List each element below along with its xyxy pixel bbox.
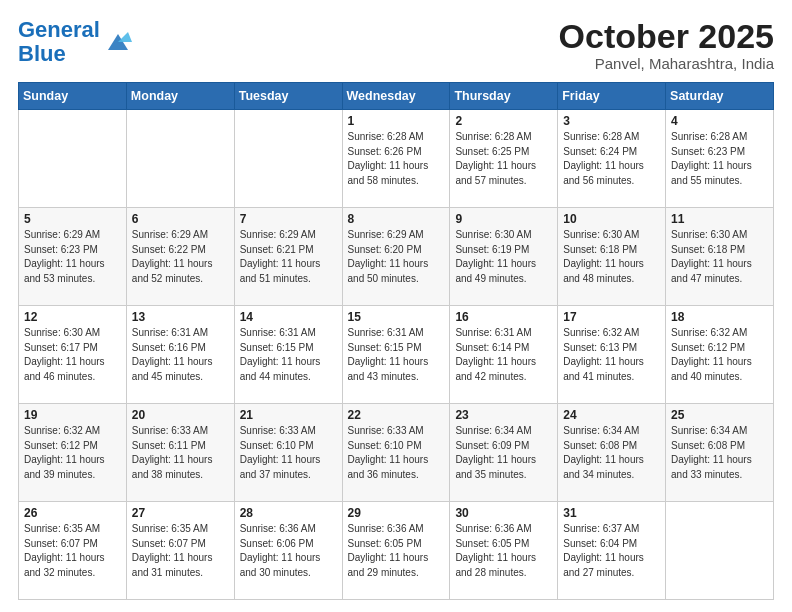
col-friday: Friday bbox=[558, 83, 666, 110]
cell-content: Sunrise: 6:29 AM Sunset: 6:21 PM Dayligh… bbox=[240, 228, 337, 286]
cell-content: Sunrise: 6:34 AM Sunset: 6:08 PM Dayligh… bbox=[671, 424, 768, 482]
cell-content: Sunrise: 6:35 AM Sunset: 6:07 PM Dayligh… bbox=[132, 522, 229, 580]
day-number: 20 bbox=[132, 408, 229, 422]
table-cell bbox=[126, 110, 234, 208]
table-cell: 30Sunrise: 6:36 AM Sunset: 6:05 PM Dayli… bbox=[450, 502, 558, 600]
day-number: 6 bbox=[132, 212, 229, 226]
logo-icon bbox=[104, 28, 132, 56]
cell-content: Sunrise: 6:37 AM Sunset: 6:04 PM Dayligh… bbox=[563, 522, 660, 580]
calendar-header-row: Sunday Monday Tuesday Wednesday Thursday… bbox=[19, 83, 774, 110]
col-thursday: Thursday bbox=[450, 83, 558, 110]
cell-content: Sunrise: 6:36 AM Sunset: 6:05 PM Dayligh… bbox=[348, 522, 445, 580]
day-number: 15 bbox=[348, 310, 445, 324]
day-number: 21 bbox=[240, 408, 337, 422]
calendar-table: Sunday Monday Tuesday Wednesday Thursday… bbox=[18, 82, 774, 600]
month-title: October 2025 bbox=[559, 18, 774, 55]
cell-content: Sunrise: 6:30 AM Sunset: 6:17 PM Dayligh… bbox=[24, 326, 121, 384]
cell-content: Sunrise: 6:30 AM Sunset: 6:19 PM Dayligh… bbox=[455, 228, 552, 286]
table-cell: 29Sunrise: 6:36 AM Sunset: 6:05 PM Dayli… bbox=[342, 502, 450, 600]
cell-content: Sunrise: 6:31 AM Sunset: 6:15 PM Dayligh… bbox=[348, 326, 445, 384]
logo-text: General Blue bbox=[18, 18, 100, 66]
table-cell: 31Sunrise: 6:37 AM Sunset: 6:04 PM Dayli… bbox=[558, 502, 666, 600]
day-number: 5 bbox=[24, 212, 121, 226]
logo: General Blue bbox=[18, 18, 132, 66]
cell-content: Sunrise: 6:32 AM Sunset: 6:12 PM Dayligh… bbox=[671, 326, 768, 384]
calendar-week-3: 12Sunrise: 6:30 AM Sunset: 6:17 PM Dayli… bbox=[19, 306, 774, 404]
day-number: 17 bbox=[563, 310, 660, 324]
cell-content: Sunrise: 6:30 AM Sunset: 6:18 PM Dayligh… bbox=[671, 228, 768, 286]
table-cell: 3Sunrise: 6:28 AM Sunset: 6:24 PM Daylig… bbox=[558, 110, 666, 208]
cell-content: Sunrise: 6:28 AM Sunset: 6:24 PM Dayligh… bbox=[563, 130, 660, 188]
day-number: 10 bbox=[563, 212, 660, 226]
col-monday: Monday bbox=[126, 83, 234, 110]
day-number: 4 bbox=[671, 114, 768, 128]
calendar-week-4: 19Sunrise: 6:32 AM Sunset: 6:12 PM Dayli… bbox=[19, 404, 774, 502]
day-number: 8 bbox=[348, 212, 445, 226]
table-cell: 28Sunrise: 6:36 AM Sunset: 6:06 PM Dayli… bbox=[234, 502, 342, 600]
title-area: October 2025 Panvel, Maharashtra, India bbox=[559, 18, 774, 72]
table-cell: 10Sunrise: 6:30 AM Sunset: 6:18 PM Dayli… bbox=[558, 208, 666, 306]
svg-marker-1 bbox=[118, 32, 132, 42]
table-cell bbox=[19, 110, 127, 208]
table-cell: 20Sunrise: 6:33 AM Sunset: 6:11 PM Dayli… bbox=[126, 404, 234, 502]
cell-content: Sunrise: 6:28 AM Sunset: 6:25 PM Dayligh… bbox=[455, 130, 552, 188]
table-cell bbox=[234, 110, 342, 208]
day-number: 9 bbox=[455, 212, 552, 226]
day-number: 28 bbox=[240, 506, 337, 520]
day-number: 25 bbox=[671, 408, 768, 422]
cell-content: Sunrise: 6:34 AM Sunset: 6:08 PM Dayligh… bbox=[563, 424, 660, 482]
table-cell: 5Sunrise: 6:29 AM Sunset: 6:23 PM Daylig… bbox=[19, 208, 127, 306]
table-cell: 4Sunrise: 6:28 AM Sunset: 6:23 PM Daylig… bbox=[666, 110, 774, 208]
table-cell: 15Sunrise: 6:31 AM Sunset: 6:15 PM Dayli… bbox=[342, 306, 450, 404]
table-cell: 19Sunrise: 6:32 AM Sunset: 6:12 PM Dayli… bbox=[19, 404, 127, 502]
cell-content: Sunrise: 6:31 AM Sunset: 6:14 PM Dayligh… bbox=[455, 326, 552, 384]
page: General Blue October 2025 Panvel, Mahara… bbox=[0, 0, 792, 612]
table-cell: 12Sunrise: 6:30 AM Sunset: 6:17 PM Dayli… bbox=[19, 306, 127, 404]
table-cell bbox=[666, 502, 774, 600]
day-number: 24 bbox=[563, 408, 660, 422]
table-cell: 21Sunrise: 6:33 AM Sunset: 6:10 PM Dayli… bbox=[234, 404, 342, 502]
day-number: 31 bbox=[563, 506, 660, 520]
cell-content: Sunrise: 6:33 AM Sunset: 6:10 PM Dayligh… bbox=[240, 424, 337, 482]
day-number: 18 bbox=[671, 310, 768, 324]
cell-content: Sunrise: 6:31 AM Sunset: 6:15 PM Dayligh… bbox=[240, 326, 337, 384]
cell-content: Sunrise: 6:29 AM Sunset: 6:22 PM Dayligh… bbox=[132, 228, 229, 286]
cell-content: Sunrise: 6:35 AM Sunset: 6:07 PM Dayligh… bbox=[24, 522, 121, 580]
cell-content: Sunrise: 6:29 AM Sunset: 6:20 PM Dayligh… bbox=[348, 228, 445, 286]
cell-content: Sunrise: 6:32 AM Sunset: 6:12 PM Dayligh… bbox=[24, 424, 121, 482]
calendar-week-5: 26Sunrise: 6:35 AM Sunset: 6:07 PM Dayli… bbox=[19, 502, 774, 600]
logo-general: General bbox=[18, 17, 100, 42]
table-cell: 9Sunrise: 6:30 AM Sunset: 6:19 PM Daylig… bbox=[450, 208, 558, 306]
day-number: 19 bbox=[24, 408, 121, 422]
cell-content: Sunrise: 6:30 AM Sunset: 6:18 PM Dayligh… bbox=[563, 228, 660, 286]
col-sunday: Sunday bbox=[19, 83, 127, 110]
col-tuesday: Tuesday bbox=[234, 83, 342, 110]
day-number: 2 bbox=[455, 114, 552, 128]
table-cell: 22Sunrise: 6:33 AM Sunset: 6:10 PM Dayli… bbox=[342, 404, 450, 502]
day-number: 29 bbox=[348, 506, 445, 520]
day-number: 16 bbox=[455, 310, 552, 324]
table-cell: 1Sunrise: 6:28 AM Sunset: 6:26 PM Daylig… bbox=[342, 110, 450, 208]
table-cell: 6Sunrise: 6:29 AM Sunset: 6:22 PM Daylig… bbox=[126, 208, 234, 306]
cell-content: Sunrise: 6:28 AM Sunset: 6:23 PM Dayligh… bbox=[671, 130, 768, 188]
table-cell: 24Sunrise: 6:34 AM Sunset: 6:08 PM Dayli… bbox=[558, 404, 666, 502]
cell-content: Sunrise: 6:36 AM Sunset: 6:05 PM Dayligh… bbox=[455, 522, 552, 580]
day-number: 26 bbox=[24, 506, 121, 520]
cell-content: Sunrise: 6:36 AM Sunset: 6:06 PM Dayligh… bbox=[240, 522, 337, 580]
day-number: 22 bbox=[348, 408, 445, 422]
day-number: 14 bbox=[240, 310, 337, 324]
col-saturday: Saturday bbox=[666, 83, 774, 110]
table-cell: 8Sunrise: 6:29 AM Sunset: 6:20 PM Daylig… bbox=[342, 208, 450, 306]
logo-blue: Blue bbox=[18, 41, 66, 66]
location: Panvel, Maharashtra, India bbox=[559, 55, 774, 72]
cell-content: Sunrise: 6:31 AM Sunset: 6:16 PM Dayligh… bbox=[132, 326, 229, 384]
table-cell: 23Sunrise: 6:34 AM Sunset: 6:09 PM Dayli… bbox=[450, 404, 558, 502]
day-number: 3 bbox=[563, 114, 660, 128]
table-cell: 18Sunrise: 6:32 AM Sunset: 6:12 PM Dayli… bbox=[666, 306, 774, 404]
cell-content: Sunrise: 6:33 AM Sunset: 6:11 PM Dayligh… bbox=[132, 424, 229, 482]
table-cell: 2Sunrise: 6:28 AM Sunset: 6:25 PM Daylig… bbox=[450, 110, 558, 208]
cell-content: Sunrise: 6:33 AM Sunset: 6:10 PM Dayligh… bbox=[348, 424, 445, 482]
table-cell: 7Sunrise: 6:29 AM Sunset: 6:21 PM Daylig… bbox=[234, 208, 342, 306]
table-cell: 17Sunrise: 6:32 AM Sunset: 6:13 PM Dayli… bbox=[558, 306, 666, 404]
header: General Blue October 2025 Panvel, Mahara… bbox=[18, 18, 774, 72]
